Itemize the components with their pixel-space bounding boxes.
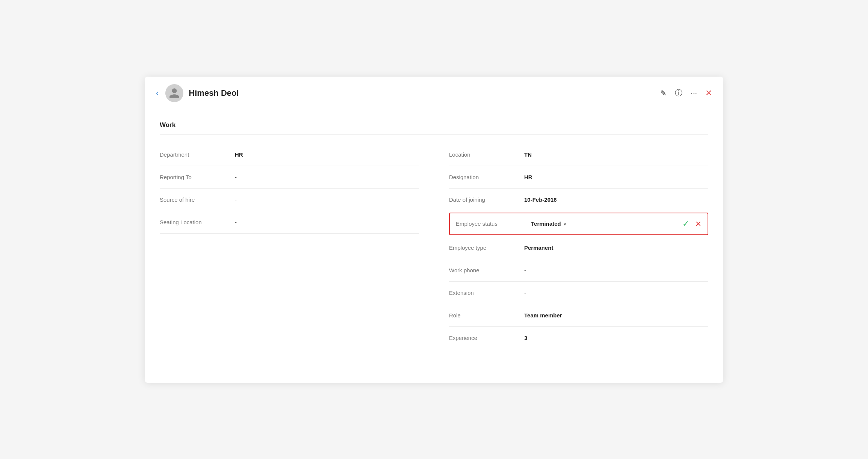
value-department: HR: [235, 151, 243, 158]
info-icon[interactable]: ⓘ: [675, 88, 682, 98]
field-row-location: Location TN: [449, 143, 708, 166]
label-experience: Experience: [449, 335, 524, 341]
field-row-department: Department HR: [160, 143, 419, 166]
label-location: Location: [449, 151, 524, 158]
section-divider: [160, 134, 708, 134]
value-designation: HR: [524, 174, 532, 180]
label-date-of-joining: Date of joining: [449, 196, 524, 203]
left-column: Department HR Reporting To - Source of h…: [160, 143, 419, 349]
employee-name: Himesh Deol: [189, 88, 239, 98]
label-role: Role: [449, 312, 524, 319]
employee-panel: ‹ Himesh Deol ✎ ⓘ ··· ✕ Work Department …: [145, 77, 723, 383]
field-row-work-phone: Work phone -: [449, 259, 708, 282]
value-employee-type: Permanent: [524, 245, 553, 251]
field-row-reporting-to: Reporting To -: [160, 166, 419, 189]
label-designation: Designation: [449, 174, 524, 180]
value-work-phone: -: [524, 267, 526, 273]
status-actions: ✓ ✕: [682, 219, 702, 229]
back-button[interactable]: ‹: [156, 89, 159, 97]
label-department: Department: [160, 151, 235, 158]
value-seating-location: -: [235, 219, 237, 225]
value-source-of-hire: -: [235, 196, 237, 203]
label-employee-status: Employee status: [456, 220, 531, 227]
employee-status-dropdown[interactable]: Terminated ∨: [531, 220, 567, 227]
header-actions: ✎ ⓘ ··· ✕: [660, 88, 712, 98]
field-row-seating-location: Seating Location -: [160, 211, 419, 234]
fields-grid: Department HR Reporting To - Source of h…: [160, 143, 708, 349]
value-role: Team member: [524, 312, 562, 319]
label-reporting-to: Reporting To: [160, 174, 235, 180]
panel-header: ‹ Himesh Deol ✎ ⓘ ··· ✕: [145, 77, 723, 110]
label-employee-type: Employee type: [449, 245, 524, 251]
avatar: [165, 84, 183, 102]
dropdown-arrow-icon: ∨: [563, 221, 567, 226]
field-row-designation: Designation HR: [449, 166, 708, 189]
value-date-of-joining: 10-Feb-2016: [524, 196, 557, 203]
more-options-icon[interactable]: ···: [691, 89, 697, 97]
field-row-employee-type: Employee type Permanent: [449, 237, 708, 259]
employee-status-value: Terminated: [531, 220, 561, 227]
value-location: TN: [524, 151, 532, 158]
label-seating-location: Seating Location: [160, 219, 235, 225]
field-row-source-of-hire: Source of hire -: [160, 189, 419, 211]
field-row-role: Role Team member: [449, 304, 708, 327]
field-row-employee-status: Employee status Terminated ∨ ✓ ✕: [449, 213, 708, 235]
label-extension: Extension: [449, 290, 524, 296]
right-column: Location TN Designation HR Date of joini…: [449, 143, 708, 349]
value-extension: -: [524, 290, 526, 296]
field-row-date-of-joining: Date of joining 10-Feb-2016: [449, 189, 708, 211]
label-source-of-hire: Source of hire: [160, 196, 235, 203]
edit-icon[interactable]: ✎: [660, 89, 667, 98]
close-icon[interactable]: ✕: [705, 88, 712, 98]
field-row-experience: Experience 3: [449, 327, 708, 349]
label-work-phone: Work phone: [449, 267, 524, 273]
confirm-button[interactable]: ✓: [682, 219, 689, 229]
value-reporting-to: -: [235, 174, 237, 180]
avatar-icon: [168, 87, 180, 99]
cancel-button[interactable]: ✕: [695, 219, 702, 228]
section-title: Work: [160, 121, 708, 129]
value-experience: 3: [524, 335, 527, 341]
field-row-extension: Extension -: [449, 282, 708, 304]
panel-content: Work Department HR Reporting To - Source…: [145, 110, 723, 383]
